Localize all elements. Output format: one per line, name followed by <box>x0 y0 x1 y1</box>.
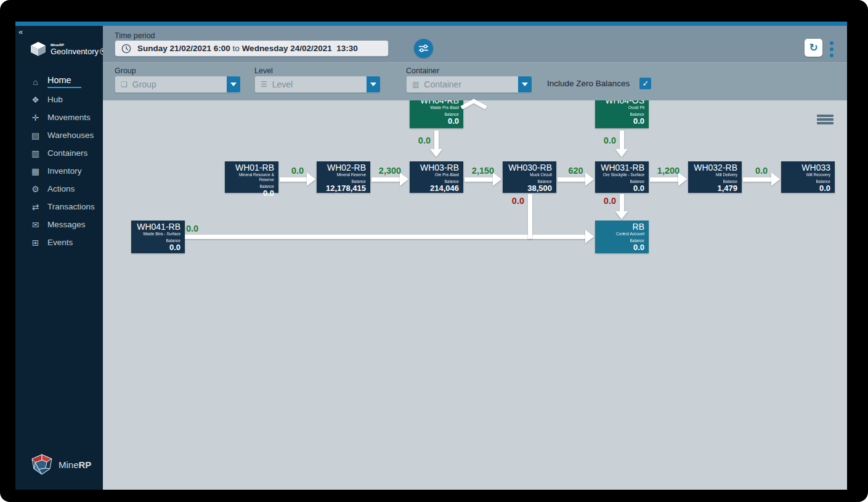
node-balance-label: Balance <box>412 179 459 184</box>
refresh-button[interactable]: ↻ <box>805 39 822 57</box>
hub-icon: ❖ <box>30 95 41 105</box>
diagram-node-WH030-RB[interactable]: WH030-RBMuck CircuitBalance38,500 <box>503 161 556 193</box>
node-subtitle: Control Account <box>598 232 644 237</box>
sidebar-item-hub[interactable]: ❖Hub <box>15 91 103 108</box>
sidebar-item-actions[interactable]: ⚙Actions <box>15 180 103 198</box>
node-balance-label: Balance <box>598 179 644 184</box>
time-period-input[interactable]: Sunday 21/02/2021 6:00 to Wednesday 24/0… <box>115 40 389 57</box>
diagram-node-WH04-RB[interactable]: WH04-RBWaste Pre-BlastBalance0.0 <box>410 100 463 128</box>
sidebar-item-warehouses[interactable]: ▤Warehouses <box>15 126 103 144</box>
sidebar-item-home[interactable]: ⌂Home <box>15 73 103 91</box>
actions-icon: ⚙ <box>30 184 41 194</box>
sidebar-item-label: Home <box>47 75 81 88</box>
node-balance-label: Balance <box>319 179 366 184</box>
node-title: WH04-RB <box>412 100 459 105</box>
flow-value-label: 2,150 <box>472 166 494 176</box>
more-options-button[interactable] <box>829 40 835 59</box>
flow-arrow <box>371 177 401 182</box>
node-balance-value: 1,479 <box>691 184 737 193</box>
warehouses-icon: ▤ <box>30 131 41 140</box>
diagram-node-WH032-RB[interactable]: WH032-RBMill DeliveryBalance1,479 <box>688 161 742 193</box>
diagram-canvas: WH04-RBWaste Pre-BlastBalance0.0WH04-OSO… <box>103 100 847 490</box>
node-balance-value: 214,046 <box>412 184 459 193</box>
events-icon: ⊞ <box>30 238 41 248</box>
node-title: WH01-RB <box>227 163 274 172</box>
node-subtitle: Mill Delivery <box>691 172 737 177</box>
level-dropdown[interactable]: ☰Level <box>254 76 381 93</box>
node-balance-label: Balance <box>505 179 552 184</box>
flow-arrow <box>434 131 439 150</box>
sidebar-item-label: Messages <box>47 220 86 229</box>
diagram-node-WH033[interactable]: WH033Mill RecoveryBalance0.0 <box>781 161 835 193</box>
include-zero-balances-checkbox[interactable]: ✓ <box>639 78 651 89</box>
node-subtitle: Mineral Reserve <box>319 172 366 177</box>
sidebar-item-label: Transactions <box>47 202 95 211</box>
flow-arrow <box>743 177 773 182</box>
node-title: WH032-RB <box>691 163 737 172</box>
diagram-node-WH04-OS[interactable]: WH04-OSOvoid PitBalance0.0 <box>595 100 649 128</box>
flow-arrowhead <box>430 149 442 157</box>
time-start-value: Sunday 21/02/2021 6:00 <box>137 44 230 53</box>
diagram-node-WH031-RB[interactable]: WH031-RBOre Stockpile - SurfaceBalance0.… <box>595 161 649 193</box>
main-area: Time period Sunday 21/02/2021 6:00 to We… <box>103 26 847 490</box>
node-subtitle: Ore Pre-Blast <box>412 172 459 177</box>
filter-label: Group <box>115 67 136 75</box>
container-icon: ▥ <box>412 80 419 89</box>
filter-settings-button[interactable] <box>414 39 433 58</box>
flow-arrowhead <box>615 149 628 157</box>
flow-value-label: 0.0 <box>604 196 616 206</box>
sidebar-item-label: Inventory <box>47 166 82 176</box>
flow-value-label: 0.0 <box>604 136 616 145</box>
diagram-node-RB[interactable]: RBControl AccountBalance0.0 <box>595 221 649 253</box>
flow-value-label: 1,200 <box>657 166 679 176</box>
refresh-icon: ↻ <box>809 41 817 54</box>
sidebar-item-label: Warehouses <box>47 131 94 140</box>
node-title: WH030-RB <box>505 163 552 172</box>
sidebar-item-inventory[interactable]: ▦Inventory <box>15 162 103 180</box>
sidebar-menu: ⌂Home❖Hub✛Movements▤Warehouses▥Container… <box>15 73 103 251</box>
group-dropdown[interactable]: ❏Group <box>115 76 241 93</box>
node-balance-value: 0.0 <box>412 117 459 126</box>
diagram-node-WH03-RB[interactable]: WH03-RBOre Pre-BlastBalance214,046 <box>410 161 463 193</box>
flow-value-label: 0.0 <box>186 224 198 233</box>
sidebar-item-messages[interactable]: ✉Messages <box>15 216 103 233</box>
node-title: WH031-RB <box>598 163 644 172</box>
sliders-icon <box>418 44 429 53</box>
node-balance-value: 0.0 <box>134 243 180 252</box>
dropdown-arrow-button[interactable] <box>518 76 532 92</box>
diagram-node-WH041-RB[interactable]: WH041-RBWaste Bins - SurfaceBalance0.0 <box>131 221 185 253</box>
level-icon: ☰ <box>261 80 267 89</box>
diagram-menu-button[interactable] <box>817 115 834 124</box>
node-subtitle: Muck Circuit <box>505 172 552 177</box>
sidebar-item-events[interactable]: ⊞Events <box>15 233 103 251</box>
dropdown-placeholder: Container <box>424 79 461 89</box>
flow-arrow <box>620 194 624 213</box>
sidebar-item-movements[interactable]: ✛Movements <box>15 108 103 126</box>
time-period-label: Time period <box>115 31 155 40</box>
sidebar-item-containers[interactable]: ▥Containers <box>15 144 103 162</box>
node-balance-label: Balance <box>227 184 274 189</box>
node-subtitle: Waste Bins - Surface <box>134 232 180 237</box>
diagram-node-WH01-RB[interactable]: WH01-RBMineral Resource & ReserveBalance… <box>225 161 278 193</box>
container-dropdown[interactable]: ▥Container <box>406 76 532 93</box>
diagram-node-WH02-RB[interactable]: WH02-RBMineral ReserveBalance12,178,415 <box>317 161 370 193</box>
chevron-down-icon <box>522 83 528 86</box>
sidebar-collapse-button[interactable]: « <box>18 27 23 36</box>
dropdown-arrow-button[interactable] <box>367 76 380 92</box>
sidebar: « MineRP GeoInventory ⌂Home❖Hub✛Movement… <box>15 26 103 490</box>
transactions-icon: ⇄ <box>30 202 41 212</box>
flow-value-label: 0.0 <box>291 166 304 176</box>
chevron-down-icon <box>370 83 376 86</box>
filter-label: Container <box>406 67 439 75</box>
inventory-icon: ▦ <box>30 166 41 176</box>
flow-arrow <box>558 177 586 182</box>
header-row-filters: Group❏GroupLevel☰LevelContainer▥Containe… <box>103 62 847 100</box>
flow-arrow <box>528 194 532 239</box>
node-subtitle: Mill Recovery <box>784 172 830 177</box>
flow-arrowhead <box>585 230 594 243</box>
sidebar-item-label: Containers <box>47 148 87 158</box>
sidebar-item-transactions[interactable]: ⇄Transactions <box>15 198 103 216</box>
node-subtitle: Ovoid Pit <box>598 105 644 110</box>
flow-arrow <box>620 131 624 150</box>
dropdown-arrow-button[interactable] <box>227 76 240 92</box>
